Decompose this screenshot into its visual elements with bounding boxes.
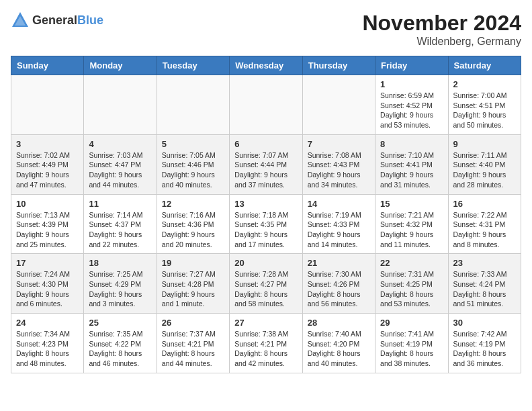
day-number: 26: [162, 318, 224, 328]
calendar-day-cell: 29Sunrise: 7:41 AM Sunset: 4:19 PM Dayli…: [375, 314, 448, 373]
calendar-day-cell: 24Sunrise: 7:34 AM Sunset: 4:23 PM Dayli…: [11, 314, 84, 373]
calendar-week-row: 10Sunrise: 7:13 AM Sunset: 4:39 PM Dayli…: [11, 194, 521, 254]
day-number: 6: [234, 139, 297, 149]
calendar-day-cell: 20Sunrise: 7:28 AM Sunset: 4:27 PM Dayli…: [230, 254, 302, 314]
calendar-day-cell: 1Sunrise: 6:59 AM Sunset: 4:52 PM Daylig…: [375, 75, 448, 135]
calendar-day-cell: 17Sunrise: 7:24 AM Sunset: 4:30 PM Dayli…: [11, 254, 84, 314]
calendar-day-cell: 15Sunrise: 7:21 AM Sunset: 4:32 PM Dayli…: [375, 194, 448, 254]
day-info: Sunrise: 7:24 AM Sunset: 4:30 PM Dayligh…: [16, 269, 79, 309]
calendar-header-row: SundayMondayTuesdayWednesdayThursdayFrid…: [11, 56, 521, 75]
day-info: Sunrise: 7:16 AM Sunset: 4:36 PM Dayligh…: [162, 210, 224, 250]
calendar-day-cell: 21Sunrise: 7:30 AM Sunset: 4:26 PM Dayli…: [302, 254, 375, 314]
weekday-header: Thursday: [302, 56, 375, 75]
calendar-day-cell: 25Sunrise: 7:35 AM Sunset: 4:22 PM Dayli…: [84, 314, 157, 373]
day-number: 13: [234, 199, 297, 209]
day-number: 1: [380, 79, 443, 89]
calendar-day-cell: 30Sunrise: 7:42 AM Sunset: 4:19 PM Dayli…: [448, 314, 521, 373]
calendar-day-cell: 18Sunrise: 7:25 AM Sunset: 4:29 PM Dayli…: [84, 254, 157, 314]
day-info: Sunrise: 7:25 AM Sunset: 4:29 PM Dayligh…: [89, 269, 151, 309]
calendar-day-cell: 28Sunrise: 7:40 AM Sunset: 4:20 PM Dayli…: [302, 314, 375, 373]
day-info: Sunrise: 7:40 AM Sunset: 4:20 PM Dayligh…: [308, 329, 370, 369]
day-info: Sunrise: 7:02 AM Sunset: 4:49 PM Dayligh…: [16, 150, 79, 190]
calendar-day-cell: 7Sunrise: 7:08 AM Sunset: 4:43 PM Daylig…: [302, 134, 375, 194]
day-number: 21: [308, 258, 370, 268]
day-info: Sunrise: 7:22 AM Sunset: 4:31 PM Dayligh…: [453, 210, 516, 250]
calendar-day-cell: [230, 75, 302, 135]
day-info: Sunrise: 7:18 AM Sunset: 4:35 PM Dayligh…: [234, 210, 297, 250]
weekday-header: Tuesday: [157, 56, 229, 75]
day-info: Sunrise: 7:11 AM Sunset: 4:40 PM Dayligh…: [453, 150, 516, 190]
day-info: Sunrise: 7:31 AM Sunset: 4:25 PM Dayligh…: [380, 269, 443, 309]
calendar-day-cell: 19Sunrise: 7:27 AM Sunset: 4:28 PM Dayli…: [157, 254, 229, 314]
calendar-table: SundayMondayTuesdayWednesdayThursdayFrid…: [11, 56, 521, 373]
day-info: Sunrise: 7:08 AM Sunset: 4:43 PM Dayligh…: [308, 150, 370, 190]
title-block: November 2024 Wildenberg, Germany: [362, 11, 521, 48]
day-info: Sunrise: 7:21 AM Sunset: 4:32 PM Dayligh…: [380, 210, 443, 250]
day-info: Sunrise: 7:19 AM Sunset: 4:33 PM Dayligh…: [308, 210, 370, 250]
calendar-day-cell: [84, 75, 157, 135]
calendar-day-cell: 14Sunrise: 7:19 AM Sunset: 4:33 PM Dayli…: [302, 194, 375, 254]
calendar-week-row: 17Sunrise: 7:24 AM Sunset: 4:30 PM Dayli…: [11, 254, 521, 314]
day-number: 19: [162, 258, 224, 268]
day-number: 10: [16, 199, 79, 209]
day-info: Sunrise: 7:37 AM Sunset: 4:21 PM Dayligh…: [162, 329, 224, 369]
day-number: 8: [380, 139, 443, 149]
calendar-day-cell: 3Sunrise: 7:02 AM Sunset: 4:49 PM Daylig…: [11, 134, 84, 194]
day-number: 2: [453, 79, 516, 89]
calendar-day-cell: 10Sunrise: 7:13 AM Sunset: 4:39 PM Dayli…: [11, 194, 84, 254]
calendar-day-cell: 23Sunrise: 7:33 AM Sunset: 4:24 PM Dayli…: [448, 254, 521, 314]
calendar-week-row: 3Sunrise: 7:02 AM Sunset: 4:49 PM Daylig…: [11, 134, 521, 194]
weekday-header: Saturday: [448, 56, 521, 75]
day-info: Sunrise: 7:27 AM Sunset: 4:28 PM Dayligh…: [162, 269, 224, 309]
day-number: 12: [162, 199, 224, 209]
calendar-day-cell: 12Sunrise: 7:16 AM Sunset: 4:36 PM Dayli…: [157, 194, 229, 254]
day-info: Sunrise: 7:35 AM Sunset: 4:22 PM Dayligh…: [89, 329, 151, 369]
page-header: GeneralBlue November 2024 Wildenberg, Ge…: [11, 11, 521, 48]
day-info: Sunrise: 7:34 AM Sunset: 4:23 PM Dayligh…: [16, 329, 79, 369]
day-info: Sunrise: 7:42 AM Sunset: 4:19 PM Dayligh…: [453, 329, 516, 369]
logo-blue: Blue: [77, 13, 103, 27]
day-number: 29: [380, 318, 443, 328]
day-info: Sunrise: 7:10 AM Sunset: 4:41 PM Dayligh…: [380, 150, 443, 190]
calendar-day-cell: 9Sunrise: 7:11 AM Sunset: 4:40 PM Daylig…: [448, 134, 521, 194]
calendar-day-cell: 6Sunrise: 7:07 AM Sunset: 4:44 PM Daylig…: [230, 134, 302, 194]
day-info: Sunrise: 7:30 AM Sunset: 4:26 PM Dayligh…: [308, 269, 370, 309]
calendar-week-row: 24Sunrise: 7:34 AM Sunset: 4:23 PM Dayli…: [11, 314, 521, 373]
page-subtitle: Wildenberg, Germany: [362, 36, 521, 48]
day-info: Sunrise: 6:59 AM Sunset: 4:52 PM Dayligh…: [380, 91, 443, 130]
calendar-day-cell: 2Sunrise: 7:00 AM Sunset: 4:51 PM Daylig…: [448, 75, 521, 135]
day-number: 30: [453, 318, 516, 328]
day-number: 25: [89, 318, 151, 328]
day-number: 18: [89, 258, 151, 268]
day-info: Sunrise: 7:03 AM Sunset: 4:47 PM Dayligh…: [89, 150, 151, 190]
day-number: 14: [308, 199, 370, 209]
day-number: 9: [453, 139, 516, 149]
day-number: 28: [308, 318, 370, 328]
logo-general: General: [32, 13, 77, 27]
calendar-week-row: 1Sunrise: 6:59 AM Sunset: 4:52 PM Daylig…: [11, 75, 521, 135]
weekday-header: Sunday: [11, 56, 84, 75]
day-number: 5: [162, 139, 224, 149]
day-number: 27: [234, 318, 297, 328]
calendar-day-cell: 5Sunrise: 7:05 AM Sunset: 4:46 PM Daylig…: [157, 134, 229, 194]
weekday-header: Friday: [375, 56, 448, 75]
calendar-day-cell: 16Sunrise: 7:22 AM Sunset: 4:31 PM Dayli…: [448, 194, 521, 254]
day-number: 4: [89, 139, 151, 149]
day-number: 23: [453, 258, 516, 268]
day-info: Sunrise: 7:00 AM Sunset: 4:51 PM Dayligh…: [453, 91, 516, 130]
calendar-day-cell: 22Sunrise: 7:31 AM Sunset: 4:25 PM Dayli…: [375, 254, 448, 314]
calendar-day-cell: [157, 75, 229, 135]
weekday-header: Wednesday: [230, 56, 302, 75]
day-info: Sunrise: 7:38 AM Sunset: 4:21 PM Dayligh…: [234, 329, 297, 369]
day-number: 20: [234, 258, 297, 268]
weekday-header: Monday: [84, 56, 157, 75]
calendar-day-cell: 26Sunrise: 7:37 AM Sunset: 4:21 PM Dayli…: [157, 314, 229, 373]
calendar-day-cell: 4Sunrise: 7:03 AM Sunset: 4:47 PM Daylig…: [84, 134, 157, 194]
day-info: Sunrise: 7:13 AM Sunset: 4:39 PM Dayligh…: [16, 210, 79, 250]
calendar-day-cell: [302, 75, 375, 135]
day-number: 15: [380, 199, 443, 209]
day-number: 11: [89, 199, 151, 209]
day-number: 22: [380, 258, 443, 268]
day-number: 24: [16, 318, 79, 328]
calendar-day-cell: 8Sunrise: 7:10 AM Sunset: 4:41 PM Daylig…: [375, 134, 448, 194]
